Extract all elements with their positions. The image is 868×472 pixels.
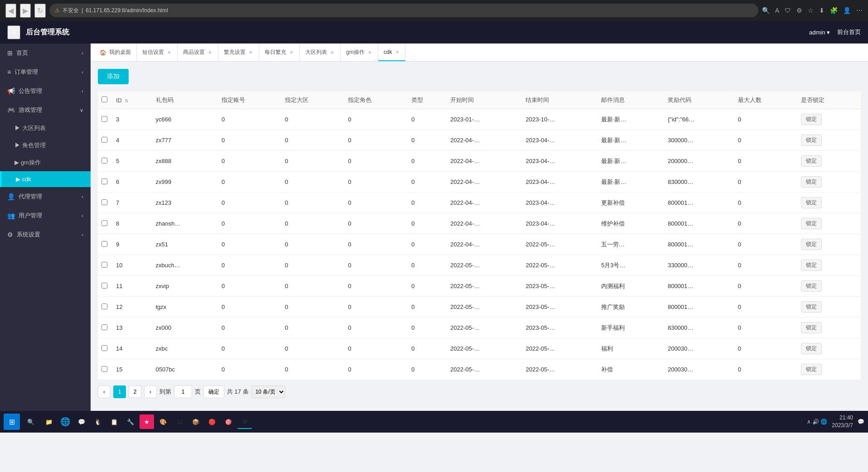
shield-icon[interactable]: 🛡 xyxy=(785,7,791,14)
sidebar-item-system[interactable]: ⚙ 系统设置 ‹ xyxy=(0,225,91,244)
add-button[interactable]: 添加 xyxy=(98,69,129,84)
page-input[interactable] xyxy=(174,385,192,398)
lock-button[interactable]: 锁定 xyxy=(801,280,822,292)
prev-page-button[interactable]: ‹ xyxy=(98,385,111,398)
taskbar-app7-icon[interactable]: ★ xyxy=(140,414,154,429)
tab-daily[interactable]: 每日繁充 × xyxy=(259,43,300,61)
row-checkbox[interactable] xyxy=(101,220,107,226)
sidebar-item-user[interactable]: 👥 用户管理 ‹ xyxy=(0,206,91,225)
tab-recharge[interactable]: 繁充设置 × xyxy=(218,43,259,61)
taskbar-file-icon[interactable]: 📁 xyxy=(42,414,56,429)
start-button[interactable]: ⊞ xyxy=(4,414,20,430)
lock-button[interactable]: 锁定 xyxy=(801,197,822,208)
lock-button[interactable]: 锁定 xyxy=(801,260,822,271)
tab-gm-close[interactable]: × xyxy=(367,49,372,56)
next-page-button[interactable]: › xyxy=(144,385,157,398)
sidebar-item-cdk[interactable]: ▶ cdk xyxy=(0,171,91,187)
row-checkbox[interactable] xyxy=(101,283,107,289)
cell-end: 2022-05-… xyxy=(522,359,597,380)
back-button[interactable]: ◀ xyxy=(5,4,16,18)
sidebar-item-notice[interactable]: 📢 公告管理 ‹ xyxy=(0,82,91,101)
sidebar-item-role[interactable]: ▶ 角色管理 xyxy=(0,137,91,154)
cell-end: 2023-05-… xyxy=(522,297,597,318)
url-text: 61.171.65.229:8/admin/Index.html xyxy=(86,7,168,14)
forward-button[interactable]: ▶ xyxy=(20,4,31,18)
taskbar-app10-icon[interactable]: 📦 xyxy=(188,414,203,429)
lock-button[interactable]: 锁定 xyxy=(801,364,822,375)
sidebar-item-order[interactable]: ≡ 订单管理 ‹ xyxy=(0,63,91,82)
search-taskbar-icon[interactable]: 🔍 xyxy=(24,414,38,429)
tab-region-close[interactable]: × xyxy=(330,49,335,56)
row-checkbox[interactable] xyxy=(101,366,107,372)
row-checkbox[interactable] xyxy=(101,158,107,164)
taskbar-notification-icon[interactable]: 💬 xyxy=(858,419,864,425)
cell-id: 7 xyxy=(112,193,152,213)
page-confirm-button[interactable]: 确定 xyxy=(203,385,224,398)
tab-sms[interactable]: 短信设置 × xyxy=(137,43,178,61)
row-checkbox[interactable] xyxy=(101,303,107,309)
page-2-button[interactable]: 2 xyxy=(129,385,141,398)
profile-icon[interactable]: 👤 xyxy=(843,7,851,14)
more-icon[interactable]: ⋯ xyxy=(856,7,863,14)
tab-home[interactable]: 🏠 我的桌面 xyxy=(94,43,137,61)
tab-daily-close[interactable]: × xyxy=(289,49,294,56)
lock-button[interactable]: 锁定 xyxy=(801,176,822,188)
page-size-select[interactable]: 10 条/页 20 条/页 50 条/页 xyxy=(251,385,285,398)
front-page-link[interactable]: 前台首页 xyxy=(837,28,861,36)
sidebar-item-agent[interactable]: 👤 代理管理 ‹ xyxy=(0,187,91,206)
row-checkbox[interactable] xyxy=(101,116,107,122)
admin-dropdown[interactable]: admin ▾ xyxy=(809,29,830,36)
row-checkbox[interactable] xyxy=(101,324,107,330)
row-checkbox[interactable] xyxy=(101,345,107,351)
tab-region[interactable]: 大区列表 × xyxy=(300,43,341,61)
lock-button[interactable]: 锁定 xyxy=(801,322,822,333)
address-bar[interactable]: ⚠ 不安全 | 61.171.65.229:8/admin/Index.html xyxy=(49,4,758,17)
tab-sms-close[interactable]: × xyxy=(167,49,172,56)
tab-recharge-close[interactable]: × xyxy=(248,49,253,56)
taskbar-app12-icon[interactable]: 🎯 xyxy=(221,414,236,429)
taskbar-active-app-icon[interactable]: 🖥 xyxy=(237,414,252,429)
lock-button[interactable]: 锁定 xyxy=(801,155,822,167)
sidebar-item-gm[interactable]: ▶ gm操作 xyxy=(0,154,91,171)
lock-button[interactable]: 锁定 xyxy=(801,218,822,229)
select-all-checkbox[interactable] xyxy=(101,96,107,102)
refresh-button[interactable]: ↻ xyxy=(34,4,46,18)
row-checkbox[interactable] xyxy=(101,178,107,184)
taskbar-edge-icon[interactable]: 🌐 xyxy=(58,414,72,429)
sidebar-item-home[interactable]: ⊞ 首页 ‹ xyxy=(0,43,91,63)
tab-cdk[interactable]: cdk × xyxy=(378,43,406,61)
lock-button[interactable]: 锁定 xyxy=(801,114,822,125)
lock-button[interactable]: 锁定 xyxy=(801,343,822,354)
lock-button[interactable]: 锁定 xyxy=(801,135,822,146)
taskbar-app11-icon[interactable]: 🔴 xyxy=(205,414,219,429)
tab-goods[interactable]: 商品设置 × xyxy=(178,43,218,61)
lock-button[interactable]: 锁定 xyxy=(801,301,822,313)
taskbar-app6-icon[interactable]: 🔧 xyxy=(123,414,138,429)
taskbar-app4-icon[interactable]: 🐧 xyxy=(91,414,105,429)
lock-button[interactable]: 锁定 xyxy=(801,239,822,250)
row-checkbox[interactable] xyxy=(101,262,107,268)
download-icon[interactable]: ⬇ xyxy=(819,7,825,14)
cell-account: 0 xyxy=(218,297,281,318)
translate-icon[interactable]: A xyxy=(775,7,779,14)
tab-cdk-close[interactable]: × xyxy=(395,49,400,55)
settings-icon[interactable]: ⚙ xyxy=(796,7,802,14)
search-icon[interactable]: 🔍 xyxy=(762,7,770,14)
taskbar-app8-icon[interactable]: 🎨 xyxy=(156,414,170,429)
sort-icon[interactable]: ⇅ xyxy=(125,98,128,103)
bookmark-icon[interactable]: ☆ xyxy=(808,7,814,14)
row-checkbox[interactable] xyxy=(101,199,107,205)
taskbar-wechat-icon[interactable]: 💬 xyxy=(74,414,89,429)
row-checkbox[interactable] xyxy=(101,241,107,247)
tab-goods-close[interactable]: × xyxy=(207,49,212,56)
cell-start: 2022-05-… xyxy=(447,255,522,276)
taskbar-app5-icon[interactable]: 📋 xyxy=(107,414,121,429)
page-1-button[interactable]: 1 xyxy=(113,385,126,398)
sidebar-item-game[interactable]: 🎮 游戏管理 ∨ xyxy=(0,101,91,120)
taskbar-app9-icon[interactable]: 🗂 xyxy=(172,414,187,429)
sidebar-item-region-list[interactable]: ▶ 大区列表 xyxy=(0,120,91,137)
extensions-icon[interactable]: 🧩 xyxy=(830,7,838,14)
row-checkbox[interactable] xyxy=(101,137,107,143)
hamburger-button[interactable]: ≡ xyxy=(7,25,20,39)
tab-gm[interactable]: gm操作 × xyxy=(341,43,378,61)
